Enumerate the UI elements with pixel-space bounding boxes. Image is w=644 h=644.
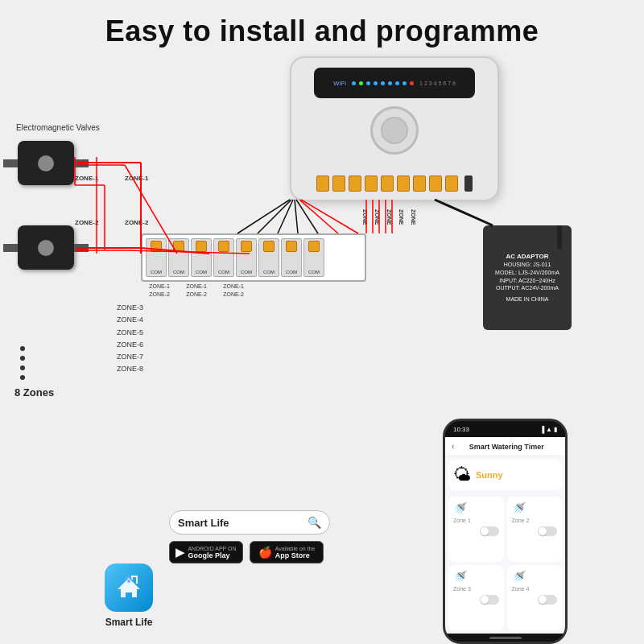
terminal-pin bbox=[316, 175, 329, 192]
valves-label: Electromagnetic Valves bbox=[16, 119, 100, 134]
zone-2-name: Zone 2 bbox=[512, 518, 558, 523]
smartlife-text-label: Smart Life bbox=[105, 617, 153, 628]
phone-bottom-bar bbox=[445, 634, 565, 642]
terminal-pin bbox=[445, 175, 458, 192]
phone-app-title: Smart Watering Timer bbox=[454, 443, 559, 451]
svg-line-11 bbox=[295, 200, 298, 233]
zone-4-name: Zone 4 bbox=[512, 586, 558, 592]
zone1-top-label-right: ZONE-1 bbox=[125, 169, 148, 184]
controller-device: WiFi 1 2 3 4 5 6 7 8 bbox=[290, 56, 499, 201]
zone-3-toggle[interactable] bbox=[480, 595, 499, 605]
house-icon bbox=[114, 573, 143, 602]
terminal-block-com: COM COM COM COM COM COM COM COM bbox=[141, 233, 366, 282]
app-store-badge[interactable]: 🍎 Available on the App Store bbox=[250, 541, 324, 564]
zone-grid: 🚿 Zone 1 🚿 Zone 2 🚿 Zone 3 🚿 Zone 4 bbox=[445, 493, 565, 634]
valve-1 bbox=[18, 141, 74, 201]
google-play-icon: ▶ bbox=[175, 546, 184, 559]
signal-icon: ▐ bbox=[539, 426, 544, 433]
valve-2 bbox=[18, 225, 74, 286]
search-icon: 🔍 bbox=[308, 516, 321, 529]
terminal-pin bbox=[332, 175, 345, 192]
zone-1-icon: 🚿 bbox=[453, 502, 499, 514]
term-com-6: COM bbox=[258, 238, 279, 277]
zone1-top-label-left: ZONE-1 bbox=[75, 169, 98, 184]
phone-weather-card: 🌤 Sunny bbox=[448, 460, 562, 490]
weather-icon: 🌤 bbox=[453, 464, 471, 485]
svg-line-12 bbox=[296, 200, 318, 233]
app-store-text: Available on the App Store bbox=[275, 546, 316, 559]
phone-home-bar[interactable] bbox=[489, 637, 522, 639]
term-com-4: COM bbox=[213, 238, 234, 277]
page-title: Easy to install and programme bbox=[0, 0, 644, 56]
zone-1-name: Zone 1 bbox=[453, 518, 499, 523]
controller-display: WiFi 1 2 3 4 5 6 7 8 bbox=[314, 68, 475, 98]
term-com-3: COM bbox=[191, 238, 212, 277]
term-com-8: COM bbox=[303, 238, 324, 277]
zone-3-name: Zone 3 bbox=[453, 586, 499, 592]
svg-point-25 bbox=[127, 580, 130, 583]
zone-card-2[interactable]: 🚿 Zone 2 bbox=[507, 497, 563, 562]
phone-mockup: 10:33 ▐ ▲ ▮ ‹ Smart Watering Timer 🌤 Sun… bbox=[443, 419, 568, 644]
searchbar-text: Smart Life bbox=[178, 517, 303, 529]
google-play-text: ANDROID APP ON Google Play bbox=[188, 546, 236, 559]
zone-bottom-labels2: ZONE-2 ZONE-2 ZONE-2 bbox=[141, 291, 363, 297]
apple-icon: 🍎 bbox=[258, 546, 272, 559]
controller-nav-button[interactable] bbox=[370, 106, 419, 155]
extra-zones-list: ZONE-3 ZONE-4 ZONE-5 ZONE-6 ZONE-7 ZONE-… bbox=[117, 302, 143, 376]
terminal-pin bbox=[381, 175, 394, 192]
ac-adaptor-wire bbox=[557, 225, 562, 250]
main-container: Easy to install and programme WiFi 1 2 3… bbox=[0, 0, 644, 644]
svg-line-14 bbox=[301, 200, 358, 233]
ac-adaptor: AC ADAPTOR HOUSING: JS-011 MODEL: LJS-24… bbox=[483, 225, 572, 330]
zone-4-toggle[interactable] bbox=[538, 595, 557, 605]
terminal-pin bbox=[429, 175, 442, 192]
zone-2-toggle[interactable] bbox=[538, 526, 557, 536]
phone-app-header: ‹ Smart Watering Timer bbox=[445, 437, 565, 456]
zone2-top-label-right: ZONE-2 bbox=[125, 213, 148, 228]
terminal-pin bbox=[349, 175, 361, 192]
zone-vertical-labels: ZONE ZONE ZONE ZONE ZONE bbox=[362, 209, 416, 246]
zone2-top-label-left: ZONE-2 bbox=[75, 213, 98, 228]
smartlife-icon bbox=[105, 564, 153, 612]
term-com-7: COM bbox=[281, 238, 302, 277]
weather-text: Sunny bbox=[476, 470, 503, 480]
zone-card-4[interactable]: 🚿 Zone 4 bbox=[507, 565, 563, 630]
zone-1-toggle[interactable] bbox=[480, 526, 499, 536]
term-com-2: COM bbox=[168, 238, 189, 277]
store-badges: ▶ ANDROID APP ON Google Play 🍎 Available… bbox=[169, 541, 330, 564]
terminal-pin bbox=[413, 175, 426, 192]
zone-3-icon: 🚿 bbox=[453, 570, 499, 583]
phone-screen: ‹ Smart Watering Timer 🌤 Sunny 🚿 Zone 1 … bbox=[445, 437, 565, 634]
zone-4-icon: 🚿 bbox=[512, 570, 558, 583]
dots-section bbox=[20, 346, 25, 385]
svg-line-9 bbox=[258, 200, 291, 233]
term-com-1: COM bbox=[146, 238, 167, 277]
phone-status-bar: 10:33 ▐ ▲ ▮ bbox=[445, 421, 565, 437]
svg-line-10 bbox=[278, 200, 293, 233]
zone-bottom-labels: ZONE-1 ZONE-1 ZONE-1 bbox=[141, 283, 363, 289]
zone-card-3[interactable]: 🚿 Zone 3 bbox=[448, 565, 504, 630]
zone-2-icon: 🚿 bbox=[512, 502, 558, 514]
terminal-pin bbox=[365, 175, 378, 192]
term-com-5: COM bbox=[236, 238, 257, 277]
battery-icon: ▮ bbox=[554, 426, 557, 433]
svg-line-8 bbox=[237, 200, 290, 233]
svg-line-13 bbox=[299, 200, 338, 233]
power-connector bbox=[464, 175, 473, 192]
smartlife-search-area: Smart Life 🔍 ▶ ANDROID APP ON Google Pla… bbox=[169, 510, 330, 564]
phone-time: 10:33 bbox=[453, 426, 469, 433]
zones-count-label: 8 Zones bbox=[14, 386, 54, 398]
terminal-pin bbox=[397, 175, 410, 192]
wifi-icon: ▲ bbox=[546, 426, 552, 433]
smartlife-section: Smart Life bbox=[105, 564, 153, 628]
ac-adaptor-text: AC ADAPTOR HOUSING: JS-011 MODEL: LJS-24… bbox=[488, 252, 567, 303]
smartlife-searchbar[interactable]: Smart Life 🔍 bbox=[169, 510, 330, 535]
phone-status-icons: ▐ ▲ ▮ bbox=[539, 426, 557, 433]
zone-card-1[interactable]: 🚿 Zone 1 bbox=[448, 497, 504, 562]
google-play-badge[interactable]: ▶ ANDROID APP ON Google Play bbox=[169, 541, 243, 564]
svg-line-20 bbox=[435, 200, 493, 225]
